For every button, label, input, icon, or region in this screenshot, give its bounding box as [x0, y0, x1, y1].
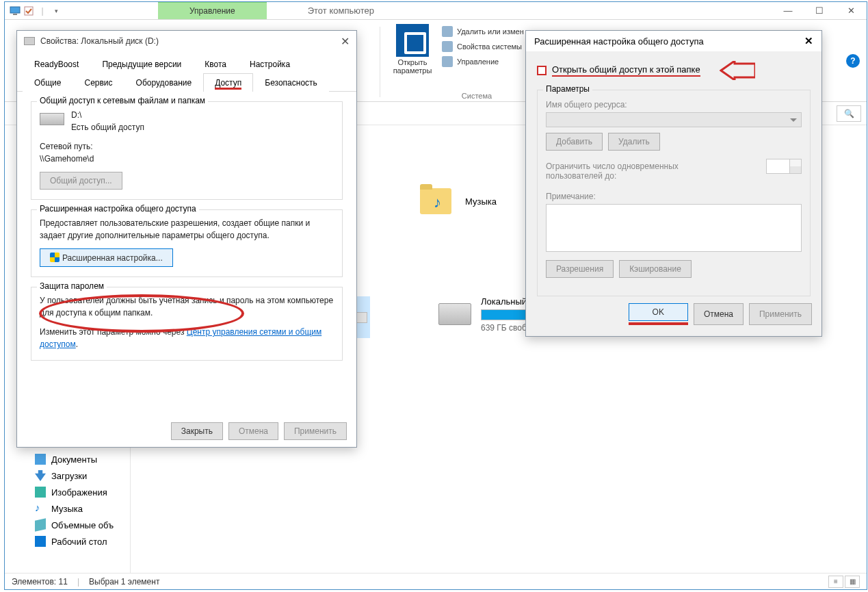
note-label: Примечание: — [546, 192, 802, 201]
close-button[interactable]: ✕ — [804, 35, 813, 47]
nav-images-label: Изображения — [51, 487, 107, 498]
add-button: Добавить — [546, 133, 603, 151]
properties-title: Свойства: Локальный диск (D:) — [40, 36, 159, 46]
qat-dropdown-icon[interactable]: ▾ — [50, 5, 62, 17]
system-icon — [442, 41, 453, 52]
params-group: Параметры Имя общего ресурса: Добавить У… — [537, 90, 811, 296]
tab-hardware[interactable]: Оборудование — [124, 73, 204, 92]
properties-dialog: Свойства: Локальный диск (D:) ✕ ReadyBoo… — [16, 30, 357, 448]
ribbon-system-properties[interactable]: Свойства системы — [439, 39, 527, 54]
shield-icon — [50, 253, 60, 262]
nav-downloads-label: Загрузки — [51, 471, 87, 481]
remove-button: Удалить — [608, 133, 660, 151]
fs3-prefix: Изменить этот параметр можно через — [40, 327, 187, 337]
adv-title-text: Расширенная настройка общего доступа — [534, 36, 704, 47]
tab-service[interactable]: Сервис — [73, 73, 124, 92]
folder-icon: ♪ — [420, 188, 451, 214]
nav-documents[interactable]: Документы — [5, 451, 130, 467]
params-legend: Параметры — [543, 84, 592, 94]
view-details-button[interactable]: ≡ — [828, 576, 843, 588]
close-button[interactable]: ✕ — [835, 2, 867, 20]
nav-docs-label: Документы — [51, 454, 97, 465]
share-folder-label: Открыть общий доступ к этой папке — [552, 64, 700, 77]
window-controls: — ☐ ✕ — [772, 2, 867, 20]
nav-downloads[interactable]: Загрузки — [5, 467, 130, 484]
properties-tabs: ReadyBoost Предыдущие версии Квота Настр… — [17, 51, 356, 92]
objects3d-icon — [35, 518, 46, 531]
close-button[interactable]: ✕ — [341, 35, 350, 48]
ribbon-open-params[interactable]: Открыть параметры — [387, 24, 438, 100]
drive-icon — [438, 303, 471, 325]
uninstall-icon — [442, 26, 453, 37]
share-folder-checkbox[interactable] — [537, 66, 547, 75]
close-button[interactable]: Закрыть — [171, 422, 223, 440]
status-item-count: Элементов: 11 — [12, 577, 68, 587]
limit-label: Ограничить число одновременных пользоват… — [546, 162, 696, 181]
computer-icon[interactable] — [9, 5, 21, 17]
svg-rect-0 — [10, 7, 20, 13]
share-status: Есть общий доступ — [40, 121, 334, 133]
tab-security[interactable]: Безопасность — [253, 73, 329, 92]
ribbon-delete-programs[interactable]: Удалить или измен — [439, 24, 527, 39]
tab-previous-versions[interactable]: Предыдущие версии — [90, 55, 193, 73]
apply-button: Применить — [284, 422, 347, 440]
nav-music[interactable]: ♪Музыка — [5, 500, 130, 517]
fieldset-network-sharing: Общий доступ к сетевым файлам и папкам D… — [31, 101, 343, 200]
tab-sharing[interactable]: Доступ — [203, 73, 253, 92]
svg-rect-1 — [13, 14, 17, 15]
fs3-desc: У пользователей должны быть учетная запи… — [40, 294, 334, 319]
network-path-label: Сетевой путь: — [40, 140, 334, 153]
search-icon: 🔍 — [844, 109, 854, 118]
nav-desktop[interactable]: Рабочий стол — [5, 533, 130, 550]
fieldset-advanced-sharing: Расширенная настройка общего доступа Пре… — [31, 209, 343, 277]
ribbon-del-label: Удалить или измен — [457, 27, 524, 36]
window-title: Этот компьютер — [308, 5, 374, 16]
tab-settings[interactable]: Настройка — [238, 55, 302, 73]
ribbon-open-params-label: Открыть параметры — [387, 58, 438, 75]
share-name-combo — [546, 112, 802, 127]
documents-icon — [35, 454, 46, 465]
adv-titlebar: Расширенная настройка общего доступа ✕ — [526, 31, 821, 51]
gear-icon — [396, 24, 429, 57]
nav-images[interactable]: Изображения — [5, 484, 130, 500]
share-path: D:\ — [40, 109, 334, 121]
fs3-legend: Защита паролем — [37, 281, 107, 291]
nav-desktop-label: Рабочий стол — [51, 537, 107, 547]
ribbon-tab-manage[interactable]: Управление — [158, 2, 267, 19]
properties-titlebar: Свойства: Локальный диск (D:) ✕ — [17, 31, 356, 51]
advanced-sharing-dialog: Расширенная настройка общего доступа ✕ О… — [525, 30, 822, 337]
user-limit-spinner — [766, 159, 802, 174]
ribbon-sysprops-label: Свойства системы — [457, 42, 522, 51]
maximize-button[interactable]: ☐ — [804, 2, 835, 20]
cancel-button[interactable]: Отмена — [694, 303, 744, 325]
svg-rect-2 — [25, 7, 33, 15]
tab-quota[interactable]: Квота — [193, 55, 238, 73]
desktop-icon — [35, 536, 46, 547]
search-input[interactable]: 🔍 — [837, 105, 861, 122]
images-icon — [35, 487, 46, 498]
folder-music-label: Музыка — [465, 196, 497, 207]
share-button[interactable]: Общий доступ... — [40, 172, 122, 190]
tab-general[interactable]: Общие — [23, 73, 73, 92]
nav-3d-label: Объемные объ — [51, 520, 114, 530]
status-bar: Элементов: 11 | Выбран 1 элемент ≡ ▦ — [5, 573, 867, 589]
note-textarea — [546, 204, 802, 252]
folder-music[interactable]: ♪ Музыка — [420, 188, 497, 214]
tab-readyboost[interactable]: ReadyBoost — [23, 55, 90, 73]
nav-3d-objects[interactable]: Объемные объ — [5, 517, 130, 533]
properties-icon[interactable] — [23, 5, 35, 17]
view-icons-button[interactable]: ▦ — [845, 576, 860, 588]
fs2-desc: Предоставляет пользовательские разрешени… — [40, 217, 334, 242]
fieldset-password-protection: Защита паролем У пользователей должны бы… — [31, 287, 343, 361]
quick-access-toolbar: | ▾ — [5, 5, 62, 17]
minimize-button[interactable]: — — [772, 2, 804, 20]
downloads-icon — [35, 470, 46, 481]
explorer-titlebar: | ▾ Управление Этот компьютер — ☐ ✕ — [5, 2, 867, 20]
fs1-legend: Общий доступ к сетевым файлам и папкам — [37, 96, 208, 105]
help-icon[interactable]: ? — [846, 54, 860, 68]
ok-button[interactable]: OK — [629, 303, 688, 321]
advanced-sharing-button[interactable]: Расширенная настройка... — [40, 248, 173, 267]
ribbon-manage[interactable]: Управление — [439, 54, 527, 69]
ribbon-manage-label: Управление — [457, 57, 499, 66]
qat-sep-icon: | — [36, 5, 49, 17]
